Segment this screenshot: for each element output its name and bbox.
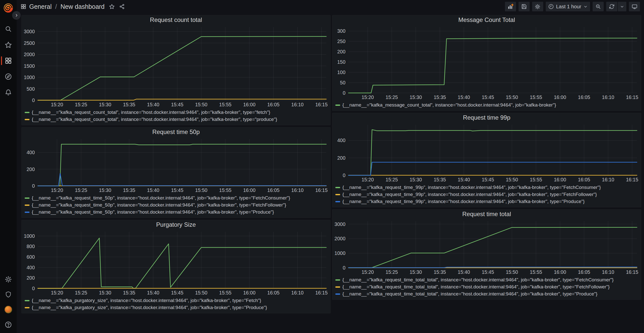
star-dashboard-button[interactable] xyxy=(109,4,115,9)
panel-legend: {__name__="kafka_purgatory_size", instan… xyxy=(22,296,330,313)
svg-text:400: 400 xyxy=(26,265,35,270)
legend-swatch xyxy=(25,307,29,308)
legend-item[interactable]: {__name__="kafka_purgatory_size", instan… xyxy=(25,304,328,311)
svg-text:15:25: 15:25 xyxy=(75,187,87,193)
legend-item[interactable]: {__name__="kafka_request_time_50p", inst… xyxy=(25,209,328,216)
svg-text:1000: 1000 xyxy=(24,233,35,239)
zoom-out-button[interactable] xyxy=(593,2,604,11)
svg-text:150: 150 xyxy=(337,59,345,65)
time-series-chart[interactable]: 15:2015:2515:3015:3515:4015:4515:5015:55… xyxy=(332,24,641,101)
panel-title[interactable]: Request count total xyxy=(22,15,330,24)
monitor-icon xyxy=(632,4,637,10)
svg-text:15:40: 15:40 xyxy=(147,102,159,107)
save-dashboard-button[interactable] xyxy=(519,2,530,11)
legend-swatch xyxy=(25,205,29,206)
svg-text:15:55: 15:55 xyxy=(219,290,232,295)
sidebar-item-dashboards[interactable] xyxy=(0,57,17,64)
legend-swatch xyxy=(335,293,340,295)
panel-title[interactable]: Request time total xyxy=(332,210,641,219)
chevron-down-icon xyxy=(584,5,588,9)
svg-text:16:00: 16:00 xyxy=(554,269,566,275)
time-series-chart[interactable]: 15:2015:2515:3015:3515:4015:4515:5015:55… xyxy=(332,122,641,183)
legend-item[interactable]: {__name__="kafka_request_count_total", i… xyxy=(25,116,328,123)
breadcrumb-page-title[interactable]: New dashboard xyxy=(60,3,105,10)
legend-item[interactable]: {__name__="kafka_request_time_total_tota… xyxy=(335,290,638,297)
svg-text:0: 0 xyxy=(343,90,345,96)
dashboard-panel: Request time total 15:2015:2515:3015:351… xyxy=(332,209,641,300)
svg-text:15:30: 15:30 xyxy=(99,102,111,107)
legend-item[interactable]: {__name__="kafka_request_time_99p", inst… xyxy=(335,191,638,198)
panel-title[interactable]: Purgatory Size xyxy=(22,220,330,229)
refresh-button[interactable] xyxy=(606,2,617,11)
svg-text:50: 50 xyxy=(340,80,345,85)
legend-label: {__name__="kafka_request_time_99p", inst… xyxy=(342,199,585,204)
cycle-view-mode-button[interactable] xyxy=(629,2,640,11)
legend-item[interactable]: {__name__="kafka_message_count_total", i… xyxy=(335,102,638,109)
time-range-picker[interactable]: Last 1 hour xyxy=(546,2,590,11)
legend-swatch xyxy=(25,112,29,113)
svg-text:16:15: 16:15 xyxy=(626,177,638,182)
breadcrumb-separator: / xyxy=(55,3,57,10)
svg-text:200: 200 xyxy=(26,275,35,281)
legend-label: {__name__="kafka_request_time_50p", inst… xyxy=(32,195,290,201)
sidebar-bottom xyxy=(0,268,17,328)
dashboard-panel: Message Count Total 15:2015:2515:3015:35… xyxy=(332,15,641,111)
legend-item[interactable]: {__name__="kafka_request_count_total", i… xyxy=(25,109,328,116)
time-series-chart[interactable]: 15:2015:2515:3015:3515:4015:4515:5015:55… xyxy=(332,219,641,276)
time-series-chart[interactable]: 15:2015:2515:3015:3515:4015:4515:5015:55… xyxy=(22,24,330,108)
legend-swatch xyxy=(25,300,29,301)
svg-text:3000: 3000 xyxy=(24,29,35,34)
expand-sidebar-toggle[interactable] xyxy=(12,11,21,20)
breadcrumb-section[interactable]: General xyxy=(29,3,52,10)
legend-swatch xyxy=(335,279,340,281)
svg-text:1000: 1000 xyxy=(24,75,35,80)
sidebar-item-help[interactable] xyxy=(0,321,17,328)
legend-item[interactable]: {__name__="kafka_request_time_99p", inst… xyxy=(335,198,638,205)
svg-text:15:40: 15:40 xyxy=(458,94,470,100)
svg-text:16:15: 16:15 xyxy=(626,269,638,275)
sidebar-item-alerting[interactable] xyxy=(0,89,17,96)
legend-item[interactable]: {__name__="kafka_purgatory_size", instan… xyxy=(25,297,328,304)
panel-legend: {__name__="kafka_request_time_99p", inst… xyxy=(332,183,641,207)
legend-item[interactable]: {__name__="kafka_request_time_50p", inst… xyxy=(25,202,328,209)
dashboard-panel: Request count total 15:2015:2515:3015:35… xyxy=(21,15,331,125)
svg-text:200: 200 xyxy=(337,49,345,54)
sidebar-item-configuration[interactable] xyxy=(0,276,17,283)
sidebar-item-server-admin[interactable] xyxy=(0,291,17,298)
grafana-logo[interactable] xyxy=(3,3,14,14)
panel-title[interactable]: Request time 99p xyxy=(332,113,641,122)
add-panel-button[interactable] xyxy=(505,2,516,11)
svg-text:15:20: 15:20 xyxy=(51,187,63,193)
time-series-chart[interactable]: 15:2015:2515:3015:3515:4015:4515:5015:55… xyxy=(22,229,330,296)
sidebar-item-starred[interactable] xyxy=(0,41,17,49)
sidebar-item-search[interactable] xyxy=(0,25,17,33)
svg-text:0: 0 xyxy=(32,97,35,103)
sidebar-item-user-profile[interactable] xyxy=(0,306,17,313)
time-series-chart[interactable]: 15:2015:2515:3015:3515:4015:4515:5015:55… xyxy=(22,137,330,194)
svg-text:16:05: 16:05 xyxy=(267,187,280,193)
apps-grid-icon xyxy=(21,4,26,9)
legend-swatch xyxy=(335,194,340,195)
svg-text:15:35: 15:35 xyxy=(434,177,446,182)
panel-title[interactable]: Message Count Total xyxy=(332,15,641,24)
svg-text:800: 800 xyxy=(26,244,35,249)
svg-text:15:40: 15:40 xyxy=(458,177,470,182)
sidebar-item-explore[interactable] xyxy=(0,73,17,80)
clock-icon xyxy=(548,4,554,9)
dashboard-settings-button[interactable] xyxy=(532,2,543,11)
panel-title[interactable]: Request time 50p xyxy=(22,127,330,137)
legend-item[interactable]: {__name__="kafka_request_time_total_tota… xyxy=(335,283,638,290)
svg-text:15:25: 15:25 xyxy=(385,177,398,182)
legend-item[interactable]: {__name__="kafka_request_time_total_tota… xyxy=(335,276,638,283)
legend-item[interactable]: {__name__="kafka_request_time_99p", inst… xyxy=(335,184,638,191)
share-dashboard-button[interactable] xyxy=(119,4,125,9)
legend-item[interactable]: {__name__="kafka_request_time_50p", inst… xyxy=(25,194,328,202)
svg-text:600: 600 xyxy=(26,254,35,260)
legend-swatch xyxy=(335,187,340,188)
apps-grid-icon xyxy=(5,57,12,64)
svg-text:16:10: 16:10 xyxy=(291,102,304,107)
gear-icon xyxy=(535,4,540,10)
svg-text:15:45: 15:45 xyxy=(171,187,183,193)
refresh-interval-dropdown[interactable] xyxy=(618,2,626,11)
legend-label: {__name__="kafka_request_time_99p", inst… xyxy=(342,192,597,197)
